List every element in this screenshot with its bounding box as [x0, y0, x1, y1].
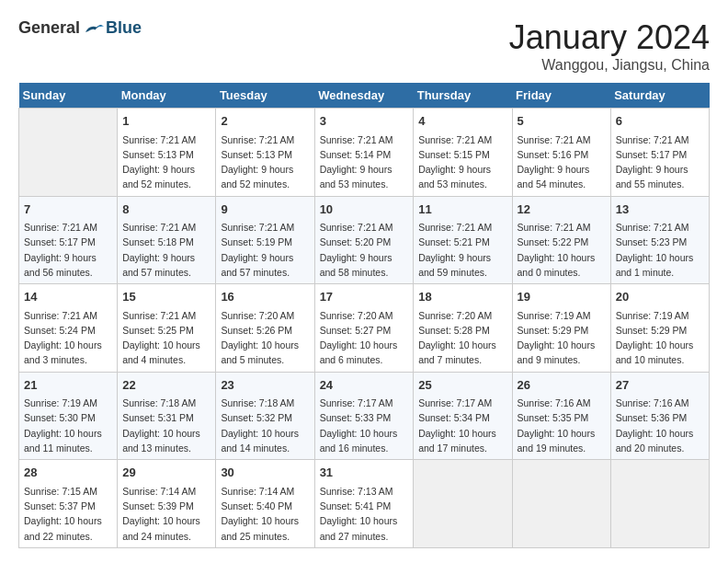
day-sun-info: Sunrise: 7:13 AMSunset: 5:41 PMDaylight:… — [320, 484, 409, 544]
calendar-cell: 27Sunrise: 7:16 AMSunset: 5:36 PMDayligh… — [610, 372, 709, 460]
calendar-cell: 2Sunrise: 7:21 AMSunset: 5:13 PMDaylight… — [216, 109, 314, 197]
day-number: 1 — [122, 112, 210, 131]
day-sun-info: Sunrise: 7:21 AMSunset: 5:24 PMDaylight:… — [24, 308, 112, 368]
calendar-cell: 28Sunrise: 7:15 AMSunset: 5:37 PMDayligh… — [19, 460, 118, 548]
calendar-cell: 30Sunrise: 7:14 AMSunset: 5:40 PMDayligh… — [216, 460, 314, 548]
calendar-cell: 13Sunrise: 7:21 AMSunset: 5:23 PMDayligh… — [610, 196, 709, 284]
calendar-table: SundayMondayTuesdayWednesdayThursdayFrid… — [18, 83, 710, 548]
day-sun-info: Sunrise: 7:21 AMSunset: 5:19 PMDaylight:… — [221, 220, 309, 280]
calendar-cell: 12Sunrise: 7:21 AMSunset: 5:22 PMDayligh… — [512, 196, 610, 284]
day-number: 21 — [24, 376, 112, 395]
day-number: 27 — [616, 376, 704, 395]
day-header-monday: Monday — [118, 83, 216, 109]
day-sun-info: Sunrise: 7:21 AMSunset: 5:18 PMDaylight:… — [122, 220, 210, 280]
logo-bird-icon — [82, 19, 104, 38]
day-sun-info: Sunrise: 7:21 AMSunset: 5:14 PMDaylight:… — [320, 132, 409, 192]
day-sun-info: Sunrise: 7:19 AMSunset: 5:29 PMDaylight:… — [616, 308, 704, 368]
calendar-cell: 9Sunrise: 7:21 AMSunset: 5:19 PMDaylight… — [216, 196, 314, 284]
day-number: 10 — [320, 201, 409, 219]
day-sun-info: Sunrise: 7:21 AMSunset: 5:20 PMDaylight:… — [320, 220, 409, 280]
week-row-1: 1Sunrise: 7:21 AMSunset: 5:13 PMDaylight… — [19, 109, 710, 197]
day-sun-info: Sunrise: 7:17 AMSunset: 5:34 PMDaylight:… — [418, 396, 506, 455]
day-number: 6 — [616, 112, 704, 131]
day-sun-info: Sunrise: 7:21 AMSunset: 5:17 PMDaylight:… — [616, 132, 704, 192]
calendar-cell: 7Sunrise: 7:21 AMSunset: 5:17 PMDaylight… — [19, 196, 118, 284]
calendar-cell — [19, 109, 118, 197]
day-header-sunday: Sunday — [19, 83, 118, 109]
day-sun-info: Sunrise: 7:21 AMSunset: 5:21 PMDaylight:… — [418, 220, 506, 280]
day-number: 4 — [418, 112, 506, 131]
day-number: 18 — [418, 288, 506, 306]
day-sun-info: Sunrise: 7:21 AMSunset: 5:25 PMDaylight:… — [122, 308, 210, 368]
day-number: 17 — [320, 288, 409, 306]
day-sun-info: Sunrise: 7:21 AMSunset: 5:15 PMDaylight:… — [418, 132, 506, 192]
day-sun-info: Sunrise: 7:19 AMSunset: 5:30 PMDaylight:… — [24, 396, 112, 455]
day-header-friday: Friday — [512, 83, 610, 109]
calendar-cell: 29Sunrise: 7:14 AMSunset: 5:39 PMDayligh… — [118, 460, 216, 548]
day-sun-info: Sunrise: 7:21 AMSunset: 5:22 PMDaylight:… — [518, 220, 606, 280]
day-sun-info: Sunrise: 7:20 AMSunset: 5:26 PMDaylight:… — [221, 308, 309, 368]
day-sun-info: Sunrise: 7:21 AMSunset: 5:16 PMDaylight:… — [518, 132, 606, 192]
calendar-cell: 22Sunrise: 7:18 AMSunset: 5:31 PMDayligh… — [118, 372, 216, 460]
day-number: 19 — [518, 288, 606, 306]
calendar-cell: 23Sunrise: 7:18 AMSunset: 5:32 PMDayligh… — [216, 372, 314, 460]
day-number: 8 — [122, 201, 210, 219]
calendar-cell: 6Sunrise: 7:21 AMSunset: 5:17 PMDaylight… — [610, 109, 709, 197]
calendar-cell: 5Sunrise: 7:21 AMSunset: 5:16 PMDaylight… — [512, 109, 610, 197]
day-sun-info: Sunrise: 7:21 AMSunset: 5:17 PMDaylight:… — [24, 220, 112, 280]
day-sun-info: Sunrise: 7:19 AMSunset: 5:29 PMDaylight:… — [518, 308, 606, 368]
day-sun-info: Sunrise: 7:18 AMSunset: 5:32 PMDaylight:… — [221, 396, 309, 455]
day-sun-info: Sunrise: 7:15 AMSunset: 5:37 PMDaylight:… — [24, 484, 112, 544]
day-sun-info: Sunrise: 7:21 AMSunset: 5:23 PMDaylight:… — [616, 220, 704, 280]
calendar-cell: 26Sunrise: 7:16 AMSunset: 5:35 PMDayligh… — [512, 372, 610, 460]
day-number: 23 — [221, 376, 309, 395]
day-sun-info: Sunrise: 7:16 AMSunset: 5:35 PMDaylight:… — [518, 396, 606, 455]
day-number: 11 — [418, 201, 506, 219]
calendar-cell: 21Sunrise: 7:19 AMSunset: 5:30 PMDayligh… — [19, 372, 118, 460]
calendar-cell: 3Sunrise: 7:21 AMSunset: 5:14 PMDaylight… — [314, 109, 414, 197]
day-number: 30 — [221, 464, 309, 482]
day-number: 25 — [418, 376, 506, 395]
day-number: 22 — [122, 376, 210, 395]
logo: General Blue — [18, 18, 142, 38]
calendar-cell — [414, 460, 512, 548]
day-number: 24 — [320, 376, 409, 395]
day-sun-info: Sunrise: 7:14 AMSunset: 5:40 PMDaylight:… — [221, 484, 309, 544]
day-sun-info: Sunrise: 7:14 AMSunset: 5:39 PMDaylight:… — [122, 484, 210, 544]
day-header-wednesday: Wednesday — [314, 83, 414, 109]
day-sun-info: Sunrise: 7:20 AMSunset: 5:27 PMDaylight:… — [320, 308, 409, 368]
day-number: 31 — [320, 464, 409, 482]
calendar-cell: 14Sunrise: 7:21 AMSunset: 5:24 PMDayligh… — [19, 284, 118, 373]
day-number: 5 — [518, 112, 606, 131]
day-number: 13 — [616, 201, 704, 219]
day-number: 3 — [320, 112, 409, 131]
calendar-cell — [512, 460, 610, 548]
week-row-4: 21Sunrise: 7:19 AMSunset: 5:30 PMDayligh… — [19, 372, 710, 460]
week-row-2: 7Sunrise: 7:21 AMSunset: 5:17 PMDaylight… — [19, 196, 710, 284]
day-number: 16 — [221, 288, 309, 306]
day-number: 7 — [24, 201, 112, 219]
day-number: 9 — [221, 201, 309, 219]
calendar-cell: 20Sunrise: 7:19 AMSunset: 5:29 PMDayligh… — [610, 284, 709, 373]
day-number: 20 — [616, 288, 704, 306]
day-sun-info: Sunrise: 7:16 AMSunset: 5:36 PMDaylight:… — [616, 396, 704, 455]
calendar-cell — [610, 460, 709, 548]
calendar-cell: 18Sunrise: 7:20 AMSunset: 5:28 PMDayligh… — [414, 284, 512, 373]
calendar-cell: 17Sunrise: 7:20 AMSunset: 5:27 PMDayligh… — [314, 284, 414, 373]
day-header-thursday: Thursday — [414, 83, 512, 109]
day-header-saturday: Saturday — [610, 83, 709, 109]
day-sun-info: Sunrise: 7:18 AMSunset: 5:31 PMDaylight:… — [122, 396, 210, 455]
calendar-cell: 16Sunrise: 7:20 AMSunset: 5:26 PMDayligh… — [216, 284, 314, 373]
page-header: General Blue January 2024 Wanggou, Jiang… — [18, 18, 710, 74]
day-number: 28 — [24, 464, 112, 482]
calendar-cell: 10Sunrise: 7:21 AMSunset: 5:20 PMDayligh… — [314, 196, 414, 284]
calendar-cell: 1Sunrise: 7:21 AMSunset: 5:13 PMDaylight… — [118, 109, 216, 197]
day-number: 12 — [518, 201, 606, 219]
calendar-cell: 11Sunrise: 7:21 AMSunset: 5:21 PMDayligh… — [414, 196, 512, 284]
day-sun-info: Sunrise: 7:21 AMSunset: 5:13 PMDaylight:… — [221, 132, 309, 192]
title-block: January 2024 Wanggou, Jiangsu, China — [509, 18, 710, 74]
calendar-cell: 25Sunrise: 7:17 AMSunset: 5:34 PMDayligh… — [414, 372, 512, 460]
calendar-cell: 19Sunrise: 7:19 AMSunset: 5:29 PMDayligh… — [512, 284, 610, 373]
day-number: 26 — [518, 376, 606, 395]
day-number: 14 — [24, 288, 112, 306]
